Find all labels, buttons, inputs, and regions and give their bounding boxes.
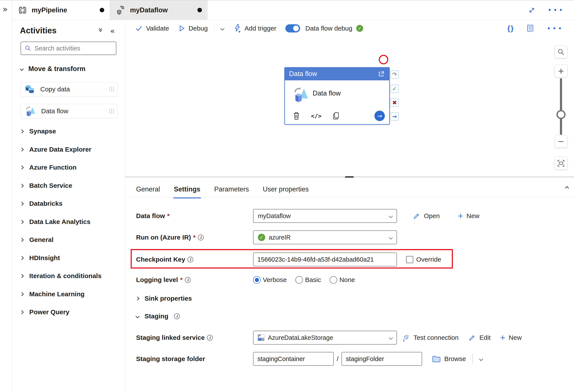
category-power-query[interactable]: Power Query [20, 308, 69, 316]
chevron-right-icon [20, 310, 24, 314]
open-dataflow-icon[interactable] [378, 70, 385, 78]
debug-dropdown-chevron-icon[interactable] [220, 26, 224, 30]
tab-mypipeline[interactable]: myPipeline [12, 0, 110, 20]
debug-button[interactable]: Debug [179, 25, 207, 32]
data-flow-dropdown[interactable]: myDataflow [253, 209, 397, 223]
node-label: Data flow [313, 89, 341, 97]
radio-basic-label: Basic [305, 276, 321, 283]
validate-button[interactable]: Validate [135, 25, 169, 32]
staging-container-input[interactable] [253, 352, 334, 366]
chevron-right-icon [20, 202, 24, 206]
panel-tabs: General Settings Parameters User propert… [136, 185, 309, 198]
info-icon: i [187, 257, 193, 262]
category-batch-service[interactable]: Batch Service [20, 182, 72, 190]
category-general[interactable]: General [20, 236, 54, 244]
staging-expander[interactable]: Staging i [136, 312, 180, 321]
zoom-slider-handle[interactable] [556, 110, 566, 119]
toolbar-divider [214, 24, 215, 33]
checkpoint-key-input[interactable] [253, 253, 397, 266]
tab-settings[interactable]: Settings [174, 185, 200, 198]
fail-state-icon[interactable]: ✖ [390, 98, 399, 107]
dataflow-debug-toggle[interactable] [285, 24, 300, 33]
more-options-icon[interactable]: ••• [547, 25, 564, 32]
tab-general[interactable]: General [136, 185, 160, 198]
staging-linked-service-label: Staging linked service i [136, 334, 253, 341]
tab-mydataflow[interactable]: myDataflow [110, 0, 207, 20]
section-move-transform[interactable]: Move & transform [20, 65, 86, 73]
search-activities-box[interactable] [20, 41, 116, 55]
radio-none[interactable] [329, 276, 337, 284]
run-on-dropdown[interactable]: ✓ azureIR [253, 230, 397, 244]
divider [472, 354, 473, 364]
sink-properties-expander[interactable]: Sink properties [136, 294, 192, 303]
tab-parameters[interactable]: Parameters [214, 185, 249, 198]
skip-state-icon[interactable]: → [390, 112, 399, 121]
category-synapse[interactable]: Synapse [20, 127, 56, 135]
category-machine-learning[interactable]: Machine Learning [20, 290, 84, 298]
category-hdinsight[interactable]: HDInsight [20, 254, 60, 262]
radio-basic[interactable] [295, 276, 303, 284]
staging-folder-input[interactable] [342, 352, 422, 366]
dataflow-activity-node[interactable]: Data flow Data flow [284, 67, 390, 125]
zoom-out-button[interactable]: − [555, 135, 567, 147]
collapse-panel-icon[interactable] [565, 186, 569, 190]
category-azure-function[interactable]: Azure Function [20, 163, 77, 171]
collapse-sidebar-icon[interactable]: « [110, 26, 115, 35]
plus-icon: + [458, 212, 463, 220]
staging-storage-folder-label: Staging storage folder [136, 355, 253, 363]
zoom-slider-track[interactable] [560, 78, 562, 135]
succeed-state-icon[interactable]: ✓ [390, 85, 399, 93]
clone-icon[interactable] [332, 112, 340, 120]
new-dataflow-button[interactable]: + New [458, 212, 479, 220]
more-options-icon[interactable]: ••• [548, 6, 564, 14]
code-view-icon[interactable]: { } [507, 24, 513, 33]
staging-linked-service-dropdown[interactable]: AzureDataLakeStorage [253, 331, 397, 345]
code-icon[interactable]: </> [311, 113, 322, 119]
activity-copy-data[interactable]: Copy data [20, 82, 118, 96]
drag-handle[interactable] [109, 109, 114, 114]
activity-label: Data flow [41, 107, 68, 115]
collapse-all-icon[interactable]: » [96, 27, 105, 32]
add-trigger-button[interactable]: Add trigger [234, 24, 276, 33]
logging-level-label: Logging level* i [136, 276, 253, 283]
browse-button[interactable]: Browse [432, 355, 466, 363]
zoom-to-fit-button[interactable] [555, 157, 567, 169]
chevron-right-icon [20, 274, 24, 278]
collapsed-left-nav: » [0, 0, 12, 392]
expand-left-nav-icon[interactable]: » [3, 4, 8, 14]
required-asterisk: * [180, 276, 183, 283]
new-linked-service-button[interactable]: + New [500, 333, 522, 342]
activities-sidebar: Activities » « Move & transform Copy d [12, 20, 125, 392]
info-icon: i [174, 314, 180, 319]
test-connection-button[interactable]: Test connection [402, 333, 458, 342]
new-label: New [509, 334, 522, 341]
zoom-in-button[interactable]: + [555, 65, 567, 77]
category-azure-data-explorer[interactable]: Azure Data Explorer [20, 146, 91, 153]
category-iteration-conditionals[interactable]: Iteration & conditionals [20, 272, 102, 280]
info-icon: i [198, 235, 204, 240]
settings-list-icon[interactable] [526, 24, 534, 33]
category-data-lake-analytics[interactable]: Data Lake Analytics [20, 218, 90, 226]
delete-icon[interactable] [293, 112, 300, 120]
edit-linked-service-button[interactable]: Edit [468, 334, 491, 342]
search-activities-input[interactable] [34, 45, 106, 52]
open-dataflow-button[interactable]: Open [412, 212, 440, 220]
tab-user-properties[interactable]: User properties [263, 185, 309, 198]
pipeline-canvas[interactable]: Data flow Data flow [125, 37, 574, 176]
override-checkbox[interactable] [406, 256, 413, 263]
canvas-search-button[interactable] [555, 46, 567, 58]
rerun-state-icon[interactable]: ↷ [390, 70, 399, 78]
copy-data-icon [24, 84, 36, 95]
activity-data-flow[interactable]: Data flow [20, 104, 118, 118]
run-on-label: Run on (Azure IR)* i [136, 234, 253, 241]
expand-editor-icon[interactable] [528, 6, 536, 14]
category-label: Machine Learning [29, 291, 84, 298]
go-to-dataflow-button[interactable]: → [374, 111, 385, 121]
node-header: Data flow [284, 67, 390, 80]
edit-label: Edit [479, 334, 491, 341]
app-window: » myPipeline myDataflow ••• [0, 0, 574, 392]
category-databricks[interactable]: Databricks [20, 200, 62, 207]
drag-handle[interactable] [109, 87, 114, 92]
radio-verbose[interactable] [253, 276, 261, 284]
browse-options-chevron-icon[interactable] [479, 357, 483, 361]
